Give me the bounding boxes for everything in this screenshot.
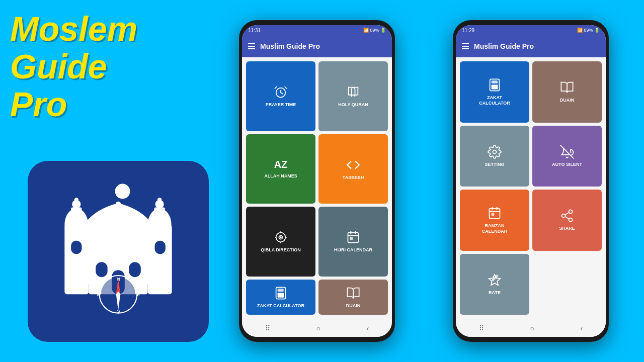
auto-silent-label: AUTO SILENT — [552, 162, 582, 167]
app-title: Moslem Guide Pro — [10, 10, 221, 123]
app-bar-title-2: Muslim Guide Pro — [474, 42, 534, 50]
status-icons-1: 📶 89% 🔋 — [363, 28, 386, 33]
phone-screen-2: 11:29 📶 89% 🔋 Muslim Guide Pro — [456, 25, 606, 337]
svg-text:E: E — [137, 292, 140, 297]
calendar-icon — [346, 230, 360, 244]
holy-quran-tile[interactable]: HOLY QURAN — [318, 61, 388, 131]
bottom-nav-1: ⠿ ○ ‹ — [242, 319, 392, 337]
grid-row-2-1: ZAKATCALCULATOR DUAIN — [460, 61, 602, 123]
hamburger-icon-2[interactable] — [462, 43, 469, 49]
duain-label: DUAIN — [346, 303, 361, 309]
phone-notch-1 — [297, 20, 337, 25]
ramzan-calendar-tile[interactable]: RAMZANCALENDAR — [460, 190, 529, 251]
status-bar-2: 11:29 📶 89% 🔋 — [456, 25, 606, 35]
duain-tile-2[interactable]: DUAIN — [532, 61, 602, 123]
app-bar-1: Muslim Guide Pro — [242, 35, 392, 57]
phone-2: 11:29 📶 89% 🔋 Muslim Guide Pro — [453, 20, 609, 342]
svg-rect-57 — [494, 87, 496, 89]
svg-rect-44 — [278, 293, 280, 295]
qibla-direction-label: QIBLA DIRECTION — [261, 247, 301, 253]
svg-rect-41 — [350, 237, 353, 240]
svg-rect-61 — [490, 209, 500, 219]
nav-home-icon-2[interactable]: ○ — [530, 324, 534, 332]
grid-row-3: QIBLA DIRECTION HIJRI CALENDAR — [246, 207, 388, 277]
qibla-direction-tile[interactable]: QIBLA DIRECTION — [246, 207, 315, 277]
svg-rect-46 — [282, 293, 284, 295]
calculator-icon-2 — [488, 78, 502, 92]
nav-menu-icon-2[interactable]: ⠿ — [479, 324, 484, 332]
zakat-calc-label-2: ZAKATCALCULATOR — [479, 95, 510, 106]
time-1: 11:31 — [248, 28, 261, 33]
bell-off-icon — [560, 145, 574, 159]
rate-tile[interactable]: RATE — [460, 254, 529, 315]
status-icons-2: 📶 89% 🔋 — [577, 28, 600, 33]
svg-rect-52 — [492, 81, 498, 83]
svg-text:W: W — [97, 292, 101, 297]
svg-point-32 — [280, 237, 281, 238]
hamburger-icon-1[interactable] — [248, 43, 255, 49]
nav-menu-icon[interactable]: ⠿ — [265, 324, 270, 332]
target-icon — [274, 230, 288, 244]
duain-tile[interactable]: DUAIN — [318, 280, 388, 315]
az-icon: AZ — [274, 159, 288, 170]
book-icon — [346, 85, 360, 99]
mosque-illustration: N S E W — [28, 161, 209, 342]
svg-rect-54 — [494, 85, 496, 87]
hijri-calendar-tile[interactable]: HIJRI CALENDAR — [318, 207, 388, 277]
setting-tile[interactable]: SETTING — [460, 126, 529, 187]
nav-back-icon[interactable]: ‹ — [366, 324, 369, 332]
gear-icon — [488, 145, 502, 159]
svg-rect-16 — [155, 241, 166, 254]
tasbeeh-tile[interactable]: TASBEEH — [318, 134, 388, 204]
svg-rect-18 — [129, 262, 140, 277]
tasbeeh-label: TASBEEH — [343, 175, 364, 180]
svg-rect-53 — [492, 85, 494, 87]
zakat-calc-tile-2[interactable]: ZAKATCALCULATOR — [460, 61, 529, 123]
svg-line-60 — [560, 145, 574, 158]
svg-rect-48 — [280, 295, 282, 297]
allah-names-tile[interactable]: AZ ALLAH NAMES — [246, 134, 315, 204]
svg-point-10 — [148, 209, 172, 241]
empty-tile — [532, 254, 602, 315]
zakat-calc-label: ZAKAT CALCULATOR — [257, 303, 304, 309]
svg-line-70 — [565, 213, 569, 215]
svg-rect-43 — [278, 289, 284, 291]
svg-point-8 — [74, 198, 79, 202]
svg-point-5 — [64, 209, 88, 241]
calculator-icon — [274, 286, 288, 300]
svg-point-13 — [157, 198, 162, 202]
grid-row-1: PRAYER TIME HOLY QURAN — [246, 61, 388, 131]
menu-grid-1: PRAYER TIME HOLY QURAN AZ ALLAH NAMES — [242, 57, 392, 319]
auto-silent-tile[interactable]: AUTO SILENT — [532, 126, 602, 187]
grid-row-2: AZ ALLAH NAMES TASBEEH — [246, 134, 388, 204]
setting-label: SETTING — [485, 162, 504, 167]
book-open-icon — [346, 286, 360, 300]
svg-text:S: S — [117, 309, 120, 314]
prayer-time-tile[interactable]: PRAYER TIME — [246, 61, 315, 131]
svg-rect-55 — [496, 85, 498, 87]
svg-point-2 — [115, 184, 130, 199]
nav-home-icon[interactable]: ○ — [316, 324, 320, 332]
svg-point-59 — [493, 150, 497, 153]
alarm-icon — [274, 85, 288, 99]
star-edit-icon — [488, 273, 502, 287]
rate-label: RATE — [489, 290, 501, 296]
share-tile[interactable]: SHARE — [532, 190, 602, 251]
grid-row-2-4: RATE — [460, 254, 602, 315]
holy-quran-label: HOLY QURAN — [338, 102, 368, 108]
svg-rect-58 — [496, 87, 498, 89]
svg-rect-15 — [71, 241, 82, 254]
prayer-time-label: PRAYER TIME — [266, 102, 296, 108]
svg-point-68 — [569, 218, 573, 222]
code-icon — [346, 158, 360, 172]
app-bar-2: Muslim Guide Pro — [456, 35, 606, 57]
duain-label-2: DUAIN — [560, 98, 575, 103]
nav-back-icon-2[interactable]: ‹ — [580, 324, 583, 332]
allah-names-label: ALLAH NAMES — [264, 173, 297, 179]
svg-rect-56 — [492, 87, 494, 89]
zakat-calc-tile[interactable]: ZAKAT CALCULATOR — [246, 280, 315, 315]
book-open-icon-2 — [560, 80, 574, 95]
svg-rect-65 — [492, 213, 494, 216]
svg-rect-17 — [96, 262, 107, 277]
app-bar-title-1: Muslim Guide Pro — [260, 42, 320, 50]
